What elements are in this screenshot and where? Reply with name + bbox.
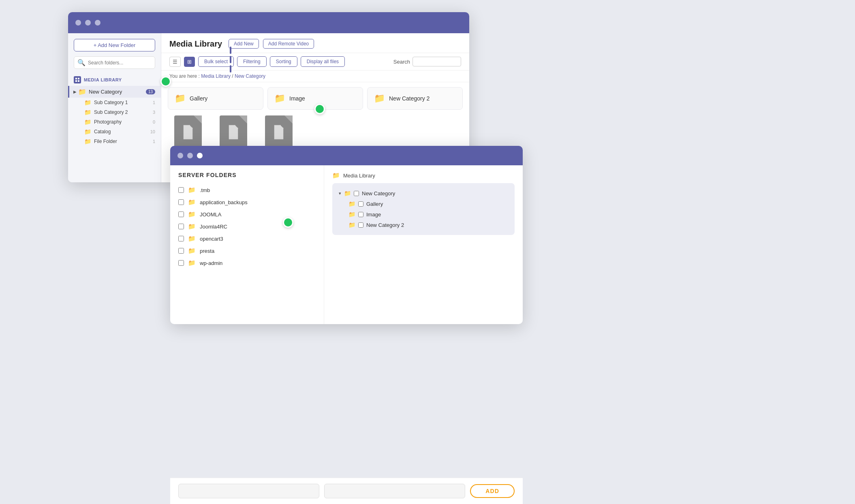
server-item-wp-admin-checkbox[interactable] <box>178 260 184 266</box>
server-item-tmb[interactable]: 📁 .tmb <box>178 184 316 196</box>
sub-cat-count: 1 <box>153 100 155 105</box>
tree-row-root[interactable]: ▾ 📁 New Category <box>339 188 508 199</box>
server-item-joomla4rc-checkbox[interactable] <box>178 224 184 229</box>
server-folder-icon-4: 📁 <box>188 223 196 230</box>
server-item-name-tmb: .tmb <box>200 187 210 193</box>
sorting-button[interactable]: Sorting <box>270 56 297 67</box>
sidebar-item-sub-category-1[interactable]: 📁 Sub Category 1 1 <box>68 98 161 107</box>
server-item-name-wp-admin: wp-admin <box>200 260 222 266</box>
sub-folder-icon-5: 📁 <box>84 138 91 145</box>
tree-image-checkbox[interactable] <box>358 212 363 217</box>
server-footer: ADD <box>170 478 523 504</box>
display-all-files-button[interactable]: Display all files <box>301 56 345 67</box>
file-icon-1 <box>174 115 202 148</box>
toolbar: ☰ ⊞ Bulk select Filtering Sorting Displa… <box>161 53 469 70</box>
sidebar-item-sub-category-2[interactable]: 📁 Sub Category 2 3 <box>68 107 161 117</box>
tree-gallery-checkbox[interactable] <box>358 201 363 207</box>
sidebar-item-file-folder[interactable]: 📁 File Folder 1 <box>68 137 161 146</box>
media-library-icon <box>74 76 81 83</box>
tree-root-folder-icon: 📁 <box>344 190 351 196</box>
media-lib-folder-icon: 📁 <box>332 172 340 179</box>
add-new-folder-button[interactable]: + Add New Folder <box>74 39 155 51</box>
server-body: SERVER FOLDERS 📁 .tmb 📁 application_back… <box>170 165 523 324</box>
sidebar-item-photography[interactable]: 📁 Photography 0 <box>68 117 161 127</box>
tree-chevron-icon: ▾ <box>339 191 341 196</box>
tree-root-checkbox[interactable] <box>354 191 359 196</box>
server-dot-3 <box>197 153 203 158</box>
server-folder-icon-2: 📁 <box>188 199 196 206</box>
add-remote-video-button[interactable]: Add Remote Video <box>263 39 314 49</box>
sub-cat-name: Sub Category 1 <box>94 100 128 105</box>
titlebar-server <box>170 146 523 165</box>
server-item-opencart3-checkbox[interactable] <box>178 236 184 241</box>
tree-row-image[interactable]: 📁 Image <box>339 209 508 220</box>
server-item-joomla4rc[interactable]: 📁 Joomla4RC <box>178 220 316 233</box>
server-item-app-backups[interactable]: 📁 application_backups <box>178 196 316 208</box>
titlebar-dot-2 <box>85 20 91 26</box>
breadcrumb-media-library[interactable]: Media Library <box>201 73 231 79</box>
server-item-opencart3[interactable]: 📁 opencart3 <box>178 233 316 245</box>
filtering-button[interactable]: Filtering <box>237 56 267 67</box>
tree-row-gallery[interactable]: 📁 Gallery <box>339 199 508 209</box>
server-item-name-joomla4rc: Joomla4RC <box>200 224 227 230</box>
list-view-button[interactable]: ☰ <box>169 57 181 67</box>
tree-root-name: New Category <box>362 190 395 196</box>
titlebar-dot-3 <box>95 20 100 26</box>
server-item-presta[interactable]: 📁 presta <box>178 245 316 257</box>
svg-rect-1 <box>78 78 79 79</box>
media-lib-header: 📁 Media Library <box>332 172 515 179</box>
file-icon-3 <box>265 115 293 148</box>
tree-row-new-category-2[interactable]: 📁 New Category 2 <box>339 220 508 230</box>
sub-cat-name-3: Photography <box>94 119 122 125</box>
media-library-label: MEDIA LIBRARY <box>68 74 161 86</box>
titlebar-main <box>68 12 469 33</box>
breadcrumb-prefix: You are here : <box>169 73 200 79</box>
search-field[interactable] <box>413 57 461 66</box>
tree-gallery-name: Gallery <box>366 201 383 207</box>
titlebar-dot-1 <box>75 20 81 26</box>
search-label: Search <box>393 59 410 65</box>
server-item-app-backups-checkbox[interactable] <box>178 199 184 205</box>
tree-new-cat2-name: New Category 2 <box>366 222 404 228</box>
add-new-button[interactable]: Add New <box>229 39 259 49</box>
sidebar-item-catalog[interactable]: 📁 Catalog 10 <box>68 127 161 137</box>
divider-bar-3 <box>230 65 231 73</box>
sub-cat-name-2: Sub Category 2 <box>94 109 128 115</box>
folder-icon-gray-2: 📁 <box>274 93 285 104</box>
server-item-tmb-checkbox[interactable] <box>178 187 184 193</box>
indicator-dot-2 <box>314 104 325 114</box>
tree-new-cat2-folder-icon: 📁 <box>348 222 355 228</box>
server-folders-title: SERVER FOLDERS <box>178 172 316 178</box>
svg-rect-2 <box>75 80 77 82</box>
sidebar-item-new-category[interactable]: ▶ 📁 New Category 13 <box>68 86 161 98</box>
folder-icon-gray-1: 📁 <box>175 93 186 104</box>
search-icon: 🔍 <box>77 59 86 66</box>
folder-name-image: Image <box>289 95 305 102</box>
tree-new-cat2-checkbox[interactable] <box>358 222 363 228</box>
server-item-wp-admin[interactable]: 📁 wp-admin <box>178 257 316 269</box>
folder-icon: 📁 <box>78 88 86 96</box>
sub-cat-name-5: File Folder <box>94 139 117 144</box>
sub-folder-icon-3: 📁 <box>84 119 91 125</box>
grid-view-button[interactable]: ⊞ <box>184 57 195 67</box>
svg-rect-3 <box>78 80 79 82</box>
server-item-joomla-checkbox[interactable] <box>178 211 184 217</box>
search-input[interactable] <box>88 60 152 66</box>
server-item-joomla[interactable]: 📁 JOOMLA <box>178 208 316 220</box>
folder-card-gallery[interactable]: 📁 Gallery <box>168 87 263 110</box>
breadcrumb-separator: / <box>232 73 233 79</box>
divider-bar-1 <box>230 47 231 54</box>
footer-input-right[interactable] <box>324 484 465 498</box>
folder-name-gallery: Gallery <box>190 95 207 102</box>
chevron-right-icon: ▶ <box>73 90 77 94</box>
sidebar-resize-handle[interactable] <box>229 45 233 74</box>
server-item-presta-checkbox[interactable] <box>178 248 184 254</box>
footer-input-left[interactable] <box>178 484 319 498</box>
breadcrumb: You are here : Media Library / New Categ… <box>161 70 469 82</box>
server-folder-icon-1: 📁 <box>188 186 196 194</box>
server-dot-1 <box>177 153 183 158</box>
folder-card-new-category-2[interactable]: 📁 New Category 2 <box>367 87 463 110</box>
breadcrumb-current[interactable]: New Category <box>235 73 265 79</box>
add-button[interactable]: ADD <box>470 484 515 498</box>
sub-cat-count-4: 10 <box>150 129 155 134</box>
